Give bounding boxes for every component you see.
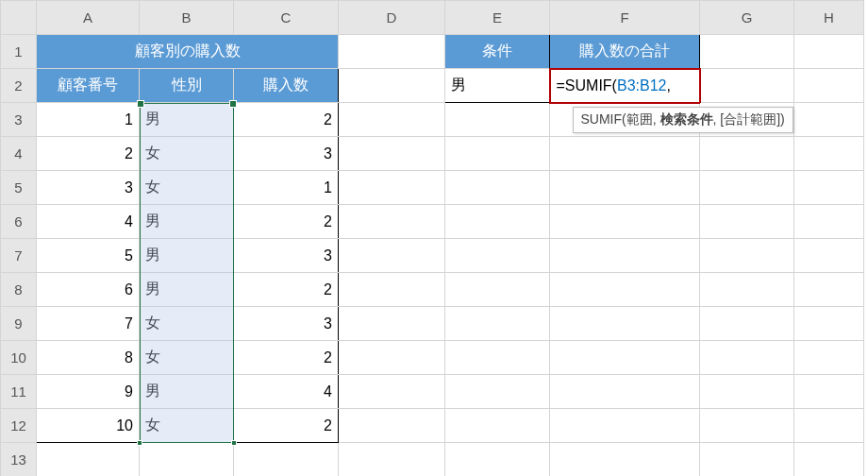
cell-G2[interactable] xyxy=(700,69,794,103)
cell-H13[interactable] xyxy=(794,443,864,477)
table-title[interactable]: 顧客別の購入数 xyxy=(37,35,339,69)
row-header-11[interactable]: 11 xyxy=(1,375,37,409)
cell-C4[interactable]: 3 xyxy=(234,137,339,171)
cell-E4[interactable] xyxy=(445,137,550,171)
cell-C8[interactable]: 2 xyxy=(234,273,339,307)
cell-F7[interactable] xyxy=(550,239,700,273)
cell-D6[interactable] xyxy=(339,205,445,239)
cell-H10[interactable] xyxy=(794,341,864,375)
cell-B9[interactable]: 女 xyxy=(140,307,234,341)
cell-C7[interactable]: 3 xyxy=(234,239,339,273)
col-header-C[interactable]: C xyxy=(234,1,339,35)
cell-B5[interactable]: 女 xyxy=(140,171,234,205)
col-header-F[interactable]: F xyxy=(550,1,700,35)
cell-G13[interactable] xyxy=(700,443,794,477)
cell-A4[interactable]: 2 xyxy=(37,137,140,171)
header-customer-no[interactable]: 顧客番号 xyxy=(37,69,140,103)
cell-D7[interactable] xyxy=(339,239,445,273)
cell-G6[interactable] xyxy=(700,205,794,239)
row-header-1[interactable]: 1 xyxy=(1,35,37,69)
cell-G11[interactable] xyxy=(700,375,794,409)
cell-D9[interactable] xyxy=(339,307,445,341)
cell-F10[interactable] xyxy=(550,341,700,375)
cell-D8[interactable] xyxy=(339,273,445,307)
cell-B3[interactable]: 男 xyxy=(140,103,234,137)
cell-G8[interactable] xyxy=(700,273,794,307)
row-header-9[interactable]: 9 xyxy=(1,307,37,341)
col-header-H[interactable]: H xyxy=(794,1,864,35)
cell-H2[interactable] xyxy=(794,69,864,103)
cell-E11[interactable] xyxy=(445,375,550,409)
cell-E7[interactable] xyxy=(445,239,550,273)
row-header-7[interactable]: 7 xyxy=(1,239,37,273)
cell-F9[interactable] xyxy=(550,307,700,341)
cell-H4[interactable] xyxy=(794,137,864,171)
row-header-6[interactable]: 6 xyxy=(1,205,37,239)
cell-H8[interactable] xyxy=(794,273,864,307)
cell-C12[interactable]: 2 xyxy=(234,409,339,443)
cell-H1[interactable] xyxy=(794,35,864,69)
select-all-corner[interactable] xyxy=(1,1,37,35)
header-sex[interactable]: 性別 xyxy=(140,69,234,103)
row-header-2[interactable]: 2 xyxy=(1,69,37,103)
cell-G10[interactable] xyxy=(700,341,794,375)
cell-F8[interactable] xyxy=(550,273,700,307)
cell-D5[interactable] xyxy=(339,171,445,205)
cell-A3[interactable]: 1 xyxy=(37,103,140,137)
cell-E3[interactable] xyxy=(445,103,550,137)
spreadsheet-grid[interactable]: A B C D E F G H 1 顧客別の購入数 条件 購入数の合計 2 顧客… xyxy=(0,0,864,476)
cell-D12[interactable] xyxy=(339,409,445,443)
col-header-G[interactable]: G xyxy=(700,1,794,35)
header-qty[interactable]: 購入数 xyxy=(234,69,339,103)
cell-G12[interactable] xyxy=(700,409,794,443)
cell-A13[interactable] xyxy=(37,443,140,477)
cell-A6[interactable]: 4 xyxy=(37,205,140,239)
cell-H5[interactable] xyxy=(794,171,864,205)
cell-E6[interactable] xyxy=(445,205,550,239)
cell-D3[interactable] xyxy=(339,103,445,137)
cell-A8[interactable]: 6 xyxy=(37,273,140,307)
cell-A7[interactable]: 5 xyxy=(37,239,140,273)
col-header-A[interactable]: A xyxy=(37,1,140,35)
cell-B13[interactable] xyxy=(140,443,234,477)
row-header-8[interactable]: 8 xyxy=(1,273,37,307)
cell-B6[interactable]: 男 xyxy=(140,205,234,239)
cell-E13[interactable] xyxy=(445,443,550,477)
cell-D4[interactable] xyxy=(339,137,445,171)
cell-F4[interactable] xyxy=(550,137,700,171)
row-header-5[interactable]: 5 xyxy=(1,171,37,205)
cell-G1[interactable] xyxy=(700,35,794,69)
cell-G5[interactable] xyxy=(700,171,794,205)
cell-H12[interactable] xyxy=(794,409,864,443)
cell-C6[interactable]: 2 xyxy=(234,205,339,239)
col-header-B[interactable]: B xyxy=(140,1,234,35)
cell-E10[interactable] xyxy=(445,341,550,375)
cell-D13[interactable] xyxy=(339,443,445,477)
cell-B7[interactable]: 男 xyxy=(140,239,234,273)
cell-C10[interactable]: 2 xyxy=(234,341,339,375)
cell-condition-value[interactable]: 男 xyxy=(445,69,550,103)
cell-E5[interactable] xyxy=(445,171,550,205)
cell-C11[interactable]: 4 xyxy=(234,375,339,409)
cell-formula[interactable]: =SUMIF(B3:B12, xyxy=(550,69,700,103)
cell-E9[interactable] xyxy=(445,307,550,341)
cell-F13[interactable] xyxy=(550,443,700,477)
cell-B4[interactable]: 女 xyxy=(140,137,234,171)
cell-C13[interactable] xyxy=(234,443,339,477)
cell-D10[interactable] xyxy=(339,341,445,375)
cell-G9[interactable] xyxy=(700,307,794,341)
cell-D11[interactable] xyxy=(339,375,445,409)
cell-C3[interactable]: 2 xyxy=(234,103,339,137)
cell-D2[interactable] xyxy=(339,69,445,103)
cell-H6[interactable] xyxy=(794,205,864,239)
cell-F12[interactable] xyxy=(550,409,700,443)
row-header-12[interactable]: 12 xyxy=(1,409,37,443)
cell-C5[interactable]: 1 xyxy=(234,171,339,205)
cell-A5[interactable]: 3 xyxy=(37,171,140,205)
row-header-3[interactable]: 3 xyxy=(1,103,37,137)
cell-H9[interactable] xyxy=(794,307,864,341)
col-header-D[interactable]: D xyxy=(339,1,445,35)
cell-D1[interactable] xyxy=(339,35,445,69)
cell-B12[interactable]: 女 xyxy=(140,409,234,443)
cell-F11[interactable] xyxy=(550,375,700,409)
